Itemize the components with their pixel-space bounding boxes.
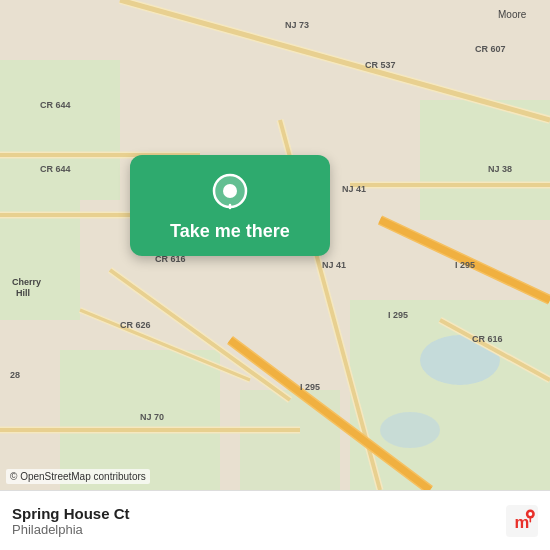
moovit-logo: m <box>506 505 538 537</box>
info-bar: Spring House Ct Philadelphia m <box>0 490 550 550</box>
svg-text:CR 607: CR 607 <box>475 44 506 54</box>
location-info: Spring House Ct Philadelphia <box>12 505 130 537</box>
location-pin-icon <box>210 173 250 213</box>
svg-point-51 <box>223 184 237 198</box>
svg-text:28: 28 <box>10 370 20 380</box>
map-container: NJ 73 CR 537 CR 607 Moore CR 644 CR 644 … <box>0 0 550 490</box>
svg-text:CR 616: CR 616 <box>472 334 503 344</box>
svg-point-8 <box>380 412 440 448</box>
svg-rect-1 <box>0 60 120 200</box>
map-attribution: © OpenStreetMap contributors <box>6 469 150 484</box>
action-box[interactable]: Take me there <box>130 155 330 256</box>
svg-text:Hill: Hill <box>16 288 30 298</box>
svg-text:I 295: I 295 <box>388 310 408 320</box>
svg-text:CR 644: CR 644 <box>40 164 71 174</box>
take-me-there-container[interactable]: Take me there <box>130 155 330 256</box>
location-title: Spring House Ct <box>12 505 130 522</box>
svg-text:I 295: I 295 <box>300 382 320 392</box>
svg-text:Cherry: Cherry <box>12 277 41 287</box>
moovit-icon: m <box>506 505 538 537</box>
svg-text:I 295: I 295 <box>455 260 475 270</box>
svg-point-55 <box>528 512 532 516</box>
svg-text:CR 644: CR 644 <box>40 100 71 110</box>
svg-text:Moore: Moore <box>498 9 527 20</box>
take-me-there-button[interactable]: Take me there <box>170 221 290 242</box>
svg-text:NJ 73: NJ 73 <box>285 20 309 30</box>
svg-text:NJ 41: NJ 41 <box>342 184 366 194</box>
svg-text:CR 537: CR 537 <box>365 60 396 70</box>
svg-text:NJ 41: NJ 41 <box>322 260 346 270</box>
svg-text:NJ 38: NJ 38 <box>488 164 512 174</box>
location-subtitle: Philadelphia <box>12 522 130 537</box>
svg-text:NJ 70: NJ 70 <box>140 412 164 422</box>
svg-text:CR 626: CR 626 <box>120 320 151 330</box>
